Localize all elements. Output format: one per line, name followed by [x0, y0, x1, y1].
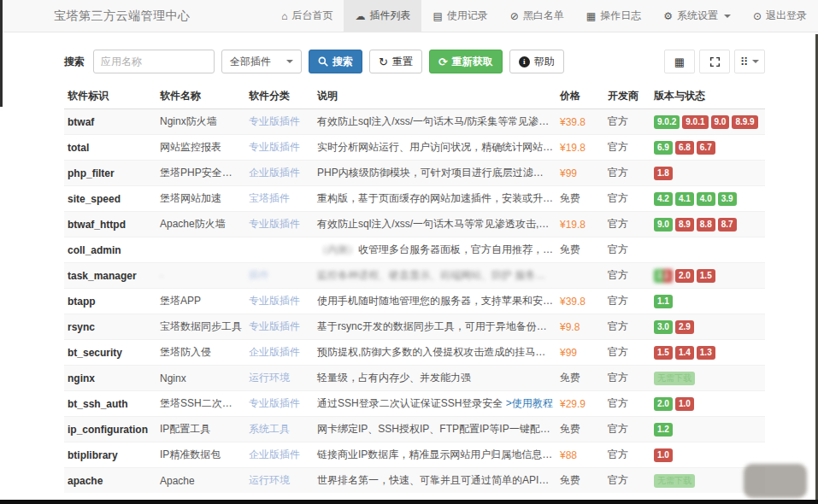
plugin-category-cell: 专业版插件 [245, 391, 314, 417]
description-text: PHP内核级防御模块，可针对项目进行底层过滤，彻底杜... [317, 167, 556, 179]
version-badge[interactable]: 无需下载 [654, 372, 695, 385]
help-button[interactable]: i 帮助 [509, 50, 564, 73]
version-badge[interactable]: 6.8 [675, 141, 694, 155]
version-badge[interactable]: 8.9 [675, 218, 694, 231]
category-link[interactable]: 宝塔插件 [249, 192, 290, 204]
category-link[interactable]: 专业版插件 [249, 141, 300, 153]
plugin-category-cell: 企业版插件 [245, 442, 314, 468]
version-badge[interactable]: 1.5 [654, 346, 673, 360]
plugin-description-cell: 世界排名第一，快速、可靠并且可通过简单的API扩充 [314, 468, 556, 494]
category-filter-select[interactable]: 全部插件 [221, 50, 302, 73]
price-cell: ¥88 [556, 442, 604, 468]
plugin-icon: ☁ [355, 10, 365, 22]
versions-cell: 2.12.01.5 [650, 263, 765, 289]
version-badge[interactable]: 3.9 [718, 192, 737, 206]
version-badge[interactable]: 4.0 [697, 192, 715, 206]
version-badge[interactable]: 8.8 [697, 218, 715, 231]
category-link[interactable]: 专业版插件 [249, 320, 300, 332]
plugin-description-cell: 通过SSH登录二次认证保证SSH登录安全 >使用教程 [314, 391, 556, 417]
category-link[interactable]: 专业版插件 [249, 115, 300, 127]
version-badge[interactable]: 1.0 [675, 397, 694, 411]
developer-cell: 官方 [604, 161, 650, 186]
table-row: btapp堡塔APP专业版插件使用手机随时随地管理您的服务器，支持苹果和安卓 >… [64, 289, 765, 314]
nav-item-4[interactable]: ⊘黑白名单 [499, 0, 575, 32]
category-link[interactable]: 系统工具 [249, 423, 290, 435]
refresh-icon: ⟳ [438, 56, 448, 67]
columns-icon: ⠿ [740, 56, 749, 68]
price-cell: 免费 [556, 366, 604, 391]
version-badge[interactable]: 3.0 [654, 320, 673, 334]
nav-item-5[interactable]: ▦操作日志 [575, 0, 652, 32]
category-link[interactable]: 运行环境 [249, 474, 290, 486]
table-row: btwafNginx防火墙专业版插件有效防止sql注入/xss/一句话木马/防采… [64, 109, 765, 135]
description-text: 收管理多台服务器面板，官方自用推荐，以及其... [358, 243, 556, 255]
version-badge[interactable]: 2.0 [675, 269, 694, 283]
nav-item-1[interactable]: ⌂后台首页 [270, 0, 344, 32]
version-badge[interactable]: 8.7 [718, 218, 737, 231]
search-button[interactable]: 搜索 [309, 50, 362, 73]
nav-item-7[interactable]: ⊙退出登录 [742, 0, 818, 32]
version-badge[interactable]: 9.0 [711, 115, 730, 129]
columns-button[interactable]: ⠿ [734, 50, 765, 73]
price-cell [556, 263, 604, 289]
category-link[interactable]: 企业版插件 [249, 167, 300, 179]
category-link[interactable]: 企业版插件 [249, 346, 300, 358]
category-link[interactable]: 专业版插件 [249, 397, 300, 409]
version-badge[interactable]: 2.1 [654, 269, 673, 283]
version-badge[interactable]: 6.7 [697, 141, 715, 155]
version-badge[interactable]: 无需下载 [654, 474, 695, 488]
price-cell: ¥39.8 [556, 289, 604, 314]
search-input[interactable] [93, 50, 215, 73]
plugin-category-cell: 系统工具 [245, 417, 314, 442]
column-header-6: 开发商 [604, 84, 650, 109]
table-row: php_filter堡塔PHP安全防护企业版插件PHP内核级防御模块，可针对项目… [64, 161, 765, 186]
refetch-button[interactable]: ⟳ 重新获取 [429, 50, 503, 73]
plugin-id-cell: btiplibrary [64, 442, 156, 468]
version-badge[interactable]: 1.0 [654, 448, 673, 462]
category-link[interactable]: 企业版插件 [249, 448, 300, 460]
version-badge[interactable]: 4.1 [675, 192, 694, 206]
version-badge[interactable]: 2.0 [654, 397, 673, 411]
description-link[interactable]: > 组... [556, 295, 556, 307]
description-link[interactable]: >使用教程 [506, 397, 553, 409]
version-badge[interactable]: 1.1 [654, 295, 673, 308]
versions-cell: 无需下载 [650, 366, 765, 391]
info-icon: i [519, 56, 530, 67]
price-cell: 免费 [556, 237, 604, 263]
version-badge[interactable]: 1.3 [697, 346, 715, 360]
description-text: 网卡绑定IP、SSH授权IP、FTP配置IP等IP一键配置工具,... [317, 423, 556, 435]
nav-item-3[interactable]: ▤使用记录 [421, 0, 498, 32]
version-badge[interactable]: 1.8 [654, 167, 673, 180]
version-badge[interactable]: 1.5 [697, 269, 715, 283]
versions-cell: 9.08.98.88.7 [650, 212, 765, 237]
table-row: ip_configurationIP配置工具系统工具网卡绑定IP、SSH授权IP… [64, 417, 765, 442]
plugin-id-cell: bt_security [64, 340, 156, 366]
nav-item-2[interactable]: ☁插件列表 [344, 0, 421, 32]
plugin-category-cell: 专业版插件 [245, 314, 314, 340]
plugin-description-cell: 实时分析网站运行、用户访问状况，精确统计网站流量、I... [314, 135, 556, 161]
version-badge[interactable]: 9.0.2 [654, 115, 680, 129]
reset-button[interactable]: ↻ 重置 [369, 50, 422, 73]
category-link[interactable]: 运行环境 [249, 372, 290, 384]
version-badge[interactable]: 2.9 [675, 320, 694, 334]
version-badge[interactable]: 4.2 [654, 192, 673, 206]
plugin-id-cell: btapp [64, 289, 156, 314]
plugin-id-cell: rsync [64, 314, 156, 340]
version-badge[interactable]: 9.0 [654, 218, 673, 231]
category-link[interactable]: 专业版插件 [249, 218, 300, 230]
nav-item-6[interactable]: ⚙系统设置 [652, 0, 742, 32]
plugin-name-cell: 宝塔数据同步工具 [156, 314, 245, 340]
category-link[interactable]: 专业版插件 [249, 295, 300, 307]
table-view-button[interactable]: ▦ [664, 50, 695, 73]
version-badge[interactable]: 9.0.1 [682, 115, 708, 129]
version-badge[interactable]: 8.9.9 [732, 115, 757, 129]
description-text: 实时分析网站运行、用户访问状况，精确统计网站流量、I... [317, 141, 556, 153]
nav-item-label: 后台首页 [291, 9, 332, 23]
plugin-id-cell: ip_configuration [64, 417, 156, 442]
version-badge[interactable]: 1.2 [654, 423, 673, 437]
version-badge[interactable]: 1.4 [675, 346, 694, 360]
column-header-4: 说明 [314, 84, 556, 109]
category-link[interactable]: 插件 [249, 269, 269, 281]
version-badge[interactable]: 6.9 [654, 141, 673, 155]
fullscreen-button[interactable] [699, 50, 730, 73]
